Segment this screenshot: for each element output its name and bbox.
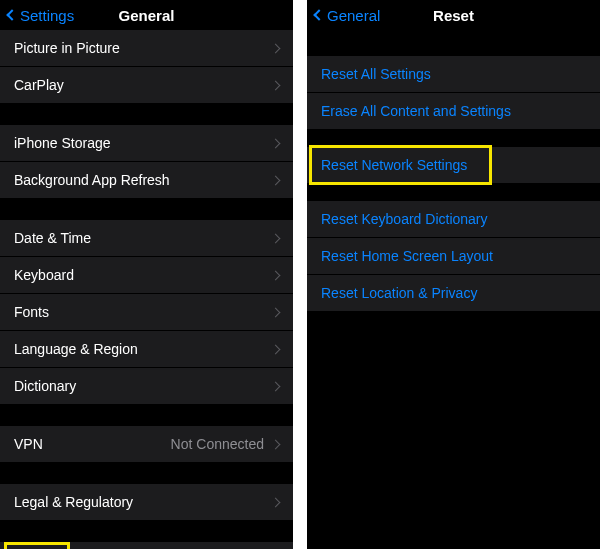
cell-background-app-refresh[interactable]: Background App Refresh: [0, 162, 293, 198]
cell-label: Reset Keyboard Dictionary: [321, 211, 586, 227]
general-content: Picture in Picture CarPlay iPhone Storag…: [0, 30, 293, 549]
cell-language-region[interactable]: Language & Region: [0, 331, 293, 367]
cell-label: VPN: [14, 436, 171, 452]
cell-label: Date & Time: [14, 230, 272, 246]
cell-reset-all-settings[interactable]: Reset All Settings: [307, 56, 600, 92]
back-label: Settings: [20, 7, 74, 24]
cell-reset-network-settings[interactable]: Reset Network Settings: [307, 147, 600, 183]
cell-picture-in-picture[interactable]: Picture in Picture: [0, 30, 293, 66]
cell-label: Language & Region: [14, 341, 272, 357]
cell-date-time[interactable]: Date & Time: [0, 220, 293, 256]
cell-iphone-storage[interactable]: iPhone Storage: [0, 125, 293, 161]
chevron-right-icon: [271, 43, 281, 53]
chevron-right-icon: [271, 233, 281, 243]
cell-erase-all-content[interactable]: Erase All Content and Settings: [307, 93, 600, 129]
cell-reset[interactable]: Reset: [0, 542, 293, 549]
back-to-settings[interactable]: Settings: [8, 7, 74, 24]
cell-label: Erase All Content and Settings: [321, 103, 586, 119]
cell-label: Picture in Picture: [14, 40, 272, 56]
chevron-right-icon: [271, 80, 281, 90]
nav-title: Reset: [433, 7, 474, 24]
cell-label: Reset All Settings: [321, 66, 586, 82]
cell-label: Dictionary: [14, 378, 272, 394]
back-label: General: [327, 7, 380, 24]
chevron-right-icon: [271, 175, 281, 185]
chevron-left-icon: [6, 9, 17, 20]
cell-reset-location-privacy[interactable]: Reset Location & Privacy: [307, 275, 600, 311]
screen-reset: General Reset Reset All Settings Erase A…: [307, 0, 600, 549]
chevron-right-icon: [271, 344, 281, 354]
cell-fonts[interactable]: Fonts: [0, 294, 293, 330]
cell-label: CarPlay: [14, 77, 272, 93]
chevron-right-icon: [271, 439, 281, 449]
chevron-right-icon: [271, 381, 281, 391]
highlight-annotation: [4, 542, 70, 549]
reset-content: Reset All Settings Erase All Content and…: [307, 30, 600, 311]
cell-vpn[interactable]: VPN Not Connected: [0, 426, 293, 462]
nav-bar: General Reset: [307, 0, 600, 30]
cell-reset-home-screen-layout[interactable]: Reset Home Screen Layout: [307, 238, 600, 274]
chevron-right-icon: [271, 497, 281, 507]
chevron-right-icon: [271, 307, 281, 317]
nav-title: General: [119, 7, 175, 24]
cell-label: iPhone Storage: [14, 135, 272, 151]
cell-legal-regulatory[interactable]: Legal & Regulatory: [0, 484, 293, 520]
cell-value: Not Connected: [171, 436, 264, 452]
cell-keyboard[interactable]: Keyboard: [0, 257, 293, 293]
cell-label: Background App Refresh: [14, 172, 272, 188]
back-to-general[interactable]: General: [315, 7, 380, 24]
cell-label: Reset Location & Privacy: [321, 285, 586, 301]
cell-carplay[interactable]: CarPlay: [0, 67, 293, 103]
screen-general: Settings General Picture in Picture CarP…: [0, 0, 293, 549]
cell-label: Keyboard: [14, 267, 272, 283]
nav-bar: Settings General: [0, 0, 293, 30]
cell-label: Legal & Regulatory: [14, 494, 272, 510]
cell-dictionary[interactable]: Dictionary: [0, 368, 293, 404]
chevron-right-icon: [271, 270, 281, 280]
cell-label: Reset Home Screen Layout: [321, 248, 586, 264]
cell-reset-keyboard-dictionary[interactable]: Reset Keyboard Dictionary: [307, 201, 600, 237]
cell-label: Fonts: [14, 304, 272, 320]
chevron-left-icon: [313, 9, 324, 20]
cell-label: Reset Network Settings: [321, 157, 586, 173]
chevron-right-icon: [271, 138, 281, 148]
